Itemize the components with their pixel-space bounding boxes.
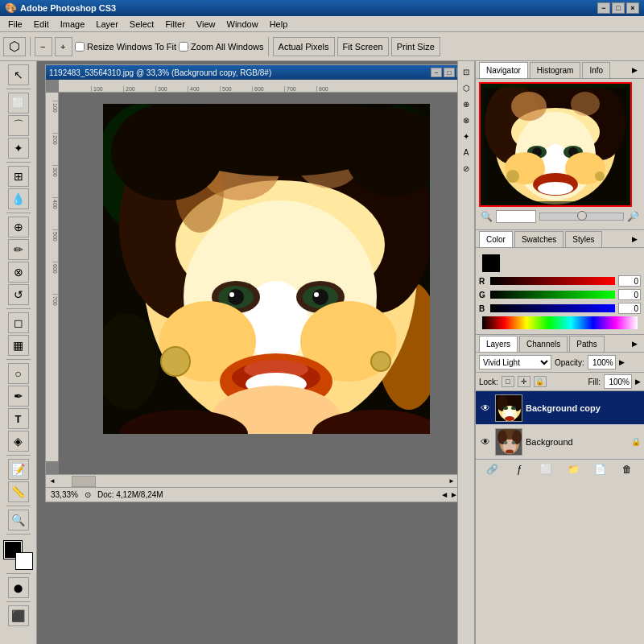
tool-zoom-tool[interactable]: 🔍 — [8, 510, 29, 530]
tool-path[interactable]: ◈ — [8, 431, 29, 452]
layer-item-background[interactable]: 👁 Background 🔒 — [476, 425, 644, 459]
actual-pixels-button[interactable]: Actual Pixels — [273, 37, 335, 56]
rmt-btn-7[interactable]: ⊘ — [459, 161, 473, 175]
blend-mode-select[interactable]: Vivid Light — [479, 355, 551, 369]
red-slider[interactable] — [490, 277, 615, 285]
opacity-arrow[interactable]: ▶ — [619, 358, 625, 366]
tab-styles[interactable]: Styles — [565, 231, 601, 247]
resize-windows-checkbox[interactable] — [75, 42, 85, 52]
link-layers-button[interactable]: 🔗 — [485, 462, 501, 477]
horizontal-scrollbar[interactable]: ◄ ► — [46, 474, 457, 487]
color-panel-menu[interactable]: ▶ — [628, 233, 641, 246]
zoom-all-label[interactable]: Zoom All Windows — [179, 42, 263, 52]
tool-crop[interactable]: ⊞ — [8, 166, 29, 187]
fit-screen-button[interactable]: Fit Screen — [337, 37, 389, 56]
doc-maximize[interactable]: □ — [444, 68, 455, 77]
zoom-in-icon[interactable]: 🔎 — [627, 211, 639, 222]
tool-spot-heal[interactable]: ⊕ — [8, 217, 29, 237]
green-value[interactable] — [618, 289, 641, 300]
rmt-btn-3[interactable]: ⊕ — [459, 97, 473, 111]
menu-window[interactable]: Window — [222, 18, 263, 31]
scroll-left[interactable]: ◄ — [440, 490, 448, 499]
rmt-btn-2[interactable]: ⬡ — [459, 80, 473, 95]
doc-close[interactable]: × — [456, 68, 457, 77]
add-style-button[interactable]: ƒ — [511, 462, 527, 477]
layer-visibility-eye-2[interactable]: 👁 — [479, 436, 492, 448]
tool-quick-mask[interactable]: ⬤ — [8, 577, 29, 598]
tab-info[interactable]: Info — [582, 62, 610, 78]
tool-type[interactable]: T — [8, 408, 29, 429]
lock-position[interactable]: ✛ — [518, 376, 530, 387]
tool-eyedropper[interactable]: 💧 — [8, 188, 29, 209]
menu-layer[interactable]: Layer — [91, 18, 123, 31]
tool-notes[interactable]: 📝 — [8, 459, 29, 480]
tool-screen-mode[interactable]: ⬛ — [8, 605, 29, 626]
menu-view[interactable]: View — [192, 18, 221, 31]
zoom-out-icon[interactable]: 🔍 — [481, 211, 493, 222]
red-value[interactable] — [618, 275, 641, 287]
close-button[interactable]: × — [626, 2, 639, 14]
fill-arrow[interactable]: ▶ — [635, 378, 641, 386]
tool-pen[interactable]: ✒ — [8, 386, 29, 407]
tool-eraser[interactable]: ◻ — [8, 312, 29, 333]
opacity-input[interactable] — [588, 355, 616, 369]
navigator-panel-menu[interactable]: ▶ — [628, 64, 641, 76]
zoom-all-checkbox[interactable] — [179, 42, 188, 52]
tool-selector[interactable]: ⬡ — [3, 37, 26, 56]
zoom-out-button[interactable]: − — [35, 37, 52, 56]
zoom-input[interactable]: 33.33% — [496, 210, 536, 223]
layers-panel-menu[interactable]: ▶ — [628, 337, 641, 350]
tool-magic-wand[interactable]: ✦ — [8, 138, 29, 159]
layer-item-background-copy[interactable]: 👁 Background copy — [476, 391, 644, 425]
blue-slider[interactable] — [490, 304, 615, 312]
tool-brush[interactable]: ✏ — [8, 239, 29, 260]
rmt-btn-1[interactable]: ⊡ — [459, 64, 473, 79]
document-canvas[interactable]: 100 200 300 400 500 600 700 800 100 200 — [46, 80, 457, 474]
tool-clone[interactable]: ⊗ — [8, 262, 29, 283]
doc-minimize[interactable]: − — [431, 68, 442, 77]
green-slider[interactable] — [490, 291, 615, 299]
add-mask-button[interactable]: ⬜ — [539, 462, 555, 477]
scroll-right[interactable]: ► — [450, 490, 457, 499]
rmt-btn-5[interactable]: ✦ — [459, 129, 473, 143]
tab-histogram[interactable]: Histogram — [530, 62, 581, 78]
tool-gradient[interactable]: ▦ — [8, 335, 29, 356]
color-spectrum[interactable] — [482, 316, 638, 329]
menu-file[interactable]: File — [3, 18, 27, 31]
menu-help[interactable]: Help — [265, 18, 293, 31]
print-size-button[interactable]: Print Size — [391, 37, 440, 56]
minimize-button[interactable]: − — [597, 2, 610, 14]
menu-filter[interactable]: Filter — [160, 18, 189, 31]
menu-select[interactable]: Select — [125, 18, 159, 31]
new-layer-button[interactable]: 📄 — [592, 462, 609, 477]
zoom-in-button[interactable]: + — [55, 37, 72, 56]
delete-layer-button[interactable]: 🗑 — [619, 462, 635, 477]
rmt-btn-4[interactable]: ⊗ — [459, 113, 473, 127]
tool-lasso[interactable]: ⌒ — [8, 115, 29, 136]
tab-color[interactable]: Color — [479, 231, 513, 247]
tab-navigator[interactable]: Navigator — [479, 62, 528, 78]
zoom-slider-thumb[interactable] — [577, 211, 587, 221]
tab-channels[interactable]: Channels — [519, 336, 568, 352]
tab-paths[interactable]: Paths — [569, 336, 605, 352]
tool-move[interactable]: ↖ — [8, 64, 29, 85]
blue-value[interactable] — [618, 303, 641, 314]
fill-input[interactable] — [604, 374, 632, 389]
tab-layers[interactable]: Layers — [479, 336, 518, 352]
h-scrollbar-thumb[interactable] — [72, 476, 96, 487]
lock-all[interactable]: 🔒 — [534, 376, 547, 387]
mini-foreground[interactable] — [482, 254, 500, 272]
tool-history[interactable]: ↺ — [8, 284, 29, 305]
maximize-button[interactable]: □ — [612, 2, 625, 14]
tool-marquee[interactable]: ⬜ — [8, 93, 29, 114]
resize-windows-label[interactable]: Resize Windows To Fit — [75, 42, 176, 52]
new-group-button[interactable]: 📁 — [565, 462, 581, 477]
tool-dodge[interactable]: ○ — [8, 363, 29, 384]
lock-pixels[interactable]: □ — [502, 376, 514, 387]
background-color[interactable] — [15, 552, 33, 570]
tool-measure[interactable]: 📏 — [8, 481, 29, 502]
zoom-slider[interactable] — [539, 213, 624, 221]
rmt-btn-6[interactable]: A — [459, 145, 473, 159]
menu-edit[interactable]: Edit — [29, 18, 54, 31]
tab-swatches[interactable]: Swatches — [514, 231, 564, 247]
